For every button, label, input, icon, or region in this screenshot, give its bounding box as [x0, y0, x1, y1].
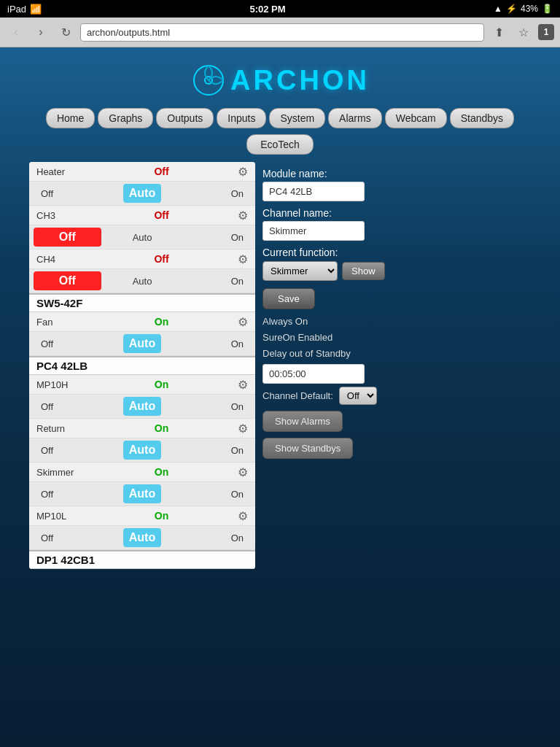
- delay-input[interactable]: [262, 364, 365, 384]
- toggle-on-ch3[interactable]: On: [176, 232, 251, 243]
- toggle-on-fan[interactable]: On: [168, 338, 251, 349]
- share-button[interactable]: ⬆: [489, 22, 509, 42]
- toggle-auto-mp10l[interactable]: Auto: [123, 528, 161, 547]
- status-time: 5:02 PM: [249, 4, 285, 15]
- toggle-auto-fan[interactable]: Auto: [123, 334, 161, 353]
- gear-icon-mp10l[interactable]: ⚙: [235, 508, 251, 524]
- channel-name-mp10h: MP10H: [34, 379, 88, 390]
- current-function-label: Current function:: [262, 247, 531, 258]
- gear-icon-ch4[interactable]: ⚙: [235, 251, 251, 267]
- wifi-icon: 📶: [30, 4, 42, 15]
- channel-status-heater: Off: [88, 166, 235, 177]
- channel-name-mp10l: MP10L: [34, 511, 88, 522]
- nav-standbys[interactable]: Standbys: [450, 108, 514, 128]
- status-left: iPad 📶: [7, 4, 42, 15]
- toggle-row-fan: Off Auto On: [29, 332, 255, 356]
- toggle-row-ch3: Off Auto On: [29, 225, 255, 249]
- module-name-input[interactable]: [262, 182, 365, 201]
- tab-count[interactable]: 1: [538, 24, 554, 40]
- toggle-off-ch3[interactable]: Off: [34, 228, 101, 247]
- battery-level: 43%: [521, 4, 538, 14]
- channel-status-mp10l: On: [88, 510, 235, 522]
- toggle-row-return: Off Auto On: [29, 438, 255, 462]
- battery-icon: 🔋: [542, 4, 553, 14]
- toggle-off-mp10l[interactable]: Off: [34, 533, 116, 543]
- location-icon: ▲: [494, 4, 502, 14]
- gear-icon-heater[interactable]: ⚙: [235, 163, 251, 179]
- gear-icon-return[interactable]: ⚙: [235, 420, 251, 436]
- nav-inputs[interactable]: Inputs: [217, 108, 266, 128]
- channel-name-heater: Heater: [34, 166, 88, 177]
- content-columns: Heater Off ⚙ Off Auto On CH3 Off ⚙ Off A…: [0, 159, 560, 572]
- channel-row-ch4: CH4 Off ⚙: [29, 249, 255, 269]
- toggle-on-label-heater[interactable]: On: [168, 188, 251, 199]
- nav-outputs[interactable]: Outputs: [156, 108, 214, 128]
- toggle-off-mp10h[interactable]: Off: [34, 401, 116, 412]
- toggle-on-return[interactable]: On: [168, 445, 251, 456]
- toggle-off-label-heater[interactable]: Off: [34, 188, 116, 199]
- show-function-button[interactable]: Show: [342, 262, 385, 280]
- address-bar[interactable]: [80, 23, 484, 42]
- archon-logo-icon: [190, 62, 227, 98]
- group-dp1: DP1 42CB1: [29, 550, 255, 569]
- channel-status-mp10h: On: [88, 379, 235, 390]
- reload-button[interactable]: ↻: [55, 22, 76, 42]
- show-standbys-button[interactable]: Show Standbys: [262, 438, 353, 459]
- gear-icon-ch3[interactable]: ⚙: [235, 207, 251, 223]
- toggle-auto-return[interactable]: Auto: [123, 441, 161, 460]
- nav-bar: Home Graphs Outputs Inputs System Alarms…: [0, 102, 560, 131]
- toggle-auto-ch3[interactable]: Auto: [101, 232, 176, 243]
- always-on-text: Always On: [262, 314, 531, 330]
- nav-ecotech[interactable]: EcoTech: [246, 134, 314, 155]
- gear-icon-fan[interactable]: ⚙: [235, 314, 251, 330]
- forward-button[interactable]: ›: [31, 22, 51, 42]
- nav-graphs[interactable]: Graphs: [98, 108, 153, 128]
- channel-status-ch3: Off: [88, 209, 235, 221]
- logo-area: ARCHON: [0, 55, 560, 102]
- nav-webcam[interactable]: Webcam: [385, 108, 447, 128]
- nav-alarms[interactable]: Alarms: [328, 108, 382, 128]
- toggle-off-return[interactable]: Off: [34, 445, 116, 456]
- settings-panel: Module name: Channel name: Current funct…: [262, 162, 531, 459]
- settings-text-block: Always On SureOn Enabled Delay out of St…: [262, 314, 531, 362]
- channel-name-label: Channel name:: [262, 207, 531, 219]
- toggle-auto-ch4[interactable]: Auto: [101, 276, 176, 287]
- toggle-on-ch4[interactable]: On: [176, 276, 251, 287]
- toggle-on-mp10h[interactable]: On: [168, 401, 251, 412]
- toggle-off-fan[interactable]: Off: [34, 338, 116, 349]
- channel-row-mp10l: MP10L On ⚙: [29, 506, 255, 526]
- channel-status-return: On: [88, 422, 235, 434]
- channel-status-fan: On: [88, 316, 235, 328]
- channel-name-ch4: CH4: [34, 254, 88, 265]
- toggle-auto-heater[interactable]: Auto: [123, 184, 161, 203]
- logo-text: ARCHON: [230, 65, 370, 96]
- bookmark-button[interactable]: ☆: [513, 22, 534, 42]
- channel-default-select[interactable]: Off On: [339, 387, 377, 405]
- toggle-off-ch4[interactable]: Off: [34, 271, 101, 290]
- toggle-on-skimmer[interactable]: On: [168, 489, 251, 500]
- sureon-enabled-text: SureOn Enabled: [262, 330, 531, 346]
- toggle-auto-mp10h[interactable]: Auto: [123, 397, 161, 416]
- channel-status-skimmer: On: [88, 466, 235, 478]
- toggle-on-mp10l[interactable]: On: [168, 533, 251, 543]
- carrier-wifi: iPad: [7, 4, 26, 15]
- nav-home[interactable]: Home: [46, 108, 95, 128]
- gear-icon-skimmer[interactable]: ⚙: [235, 464, 251, 480]
- show-alarms-button[interactable]: Show Alarms: [262, 411, 343, 432]
- toggle-row-skimmer: Off Auto On: [29, 482, 255, 506]
- channel-row-skimmer: Skimmer On ⚙: [29, 462, 255, 482]
- gear-icon-mp10h[interactable]: ⚙: [235, 376, 251, 392]
- toggle-auto-skimmer[interactable]: Auto: [123, 484, 161, 503]
- group-pc4: PC4 42LB: [29, 356, 255, 375]
- nav-system[interactable]: System: [269, 108, 325, 128]
- function-select[interactable]: Skimmer Always On Timer Light Wavemaker: [262, 261, 338, 281]
- bluetooth-icon: ⚡: [506, 4, 517, 14]
- toggle-row-heater: Off Auto On: [29, 182, 255, 206]
- back-button[interactable]: ‹: [6, 22, 26, 42]
- toggle-row-mp10l: Off Auto On: [29, 526, 255, 550]
- channel-name-input[interactable]: [262, 221, 365, 241]
- toggle-off-skimmer[interactable]: Off: [34, 489, 116, 500]
- save-button[interactable]: Save: [262, 288, 315, 309]
- toggle-row-mp10h: Off Auto On: [29, 395, 255, 419]
- channel-row-return: Return On ⚙: [29, 419, 255, 438]
